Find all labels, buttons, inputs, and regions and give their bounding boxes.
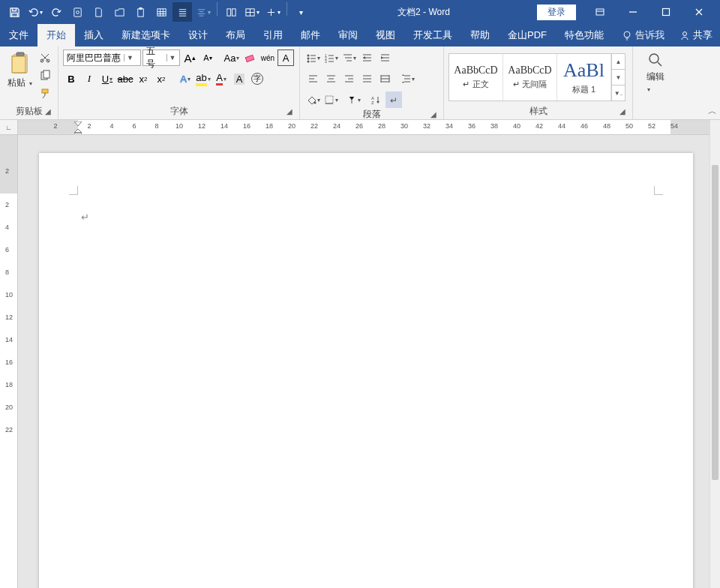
group-paragraph-label: 段落: [363, 109, 381, 119]
document-viewport[interactable]: ↵: [18, 135, 710, 588]
open-icon[interactable]: [110, 2, 129, 22]
font-size-combo[interactable]: 五号▼: [142, 50, 180, 66]
ribbon-options-icon[interactable]: [584, 0, 616, 24]
chevron-down-icon[interactable]: ▼: [166, 54, 178, 62]
multilevel-button[interactable]: ▾: [340, 50, 357, 66]
tab-view[interactable]: 视图: [367, 24, 404, 46]
italic-button[interactable]: I: [81, 70, 98, 87]
text-effect-button[interactable]: A▾: [177, 70, 194, 87]
font-color-button[interactable]: A▾: [213, 70, 230, 87]
tab-special[interactable]: 特色功能: [556, 24, 613, 46]
copy-button[interactable]: [37, 68, 53, 84]
tab-file[interactable]: 文件: [0, 24, 38, 46]
style-scroll-up-icon[interactable]: ▲: [612, 54, 625, 70]
tab-developer[interactable]: 开发工具: [404, 24, 461, 46]
tab-help[interactable]: 帮助: [461, 24, 499, 46]
paste-qat-icon[interactable]: [130, 2, 150, 22]
tab-pdf[interactable]: 金山PDF: [499, 24, 556, 46]
tab-layout[interactable]: 布局: [217, 24, 254, 46]
align-center-button[interactable]: [322, 70, 339, 87]
font-launcher-icon[interactable]: ◢: [284, 107, 295, 118]
cut-button[interactable]: [37, 50, 53, 66]
shading-button[interactable]: ▾: [304, 92, 321, 108]
char-shading-button[interactable]: A: [231, 70, 248, 87]
sort-button[interactable]: AZ: [368, 92, 384, 108]
table2-icon[interactable]: ▾: [242, 2, 262, 22]
minimize-icon[interactable]: [616, 0, 650, 24]
bullets-button[interactable]: ▾: [304, 50, 321, 66]
table-qat-icon[interactable]: [152, 2, 171, 22]
grow-font-button[interactable]: A▴: [182, 50, 198, 66]
outline-view-icon[interactable]: [172, 2, 192, 22]
tab-references[interactable]: 引用: [254, 24, 292, 46]
collapse-ribbon-icon[interactable]: ︿: [708, 105, 717, 118]
tab-insert[interactable]: 插入: [75, 24, 112, 46]
phonetic-guide-button[interactable]: wén: [260, 50, 276, 66]
style-scroll-down-icon[interactable]: ▼: [612, 70, 625, 86]
tab-review[interactable]: 审阅: [329, 24, 367, 46]
style-expand-icon[interactable]: ▼_: [612, 86, 625, 100]
clear-format-button[interactable]: [242, 50, 258, 66]
find-button[interactable]: 编辑▾: [639, 50, 672, 94]
share-button[interactable]: 共享: [672, 24, 720, 46]
numbering-button[interactable]: 123▾: [322, 50, 339, 66]
margin-marker-tr: [654, 186, 663, 195]
tab-selector[interactable]: ∟: [0, 120, 18, 135]
chevron-down-icon[interactable]: ▼: [124, 54, 136, 62]
align-para-icon[interactable]: ▾: [194, 2, 213, 22]
asian-layout-button[interactable]: ▾: [345, 92, 362, 108]
borders-button[interactable]: ▾: [322, 92, 339, 108]
tab-design[interactable]: 设计: [179, 24, 217, 46]
subscript-button[interactable]: x2: [135, 70, 152, 87]
undo-icon[interactable]: ▾: [26, 2, 45, 22]
ribbon: 粘贴 ▾ 剪贴板◢ 阿里巴巴普惠▼ 五号▼ A▴ A▾ Aa▾ wén A: [0, 46, 720, 120]
scrollbar-thumb[interactable]: [712, 165, 718, 480]
qat-more-icon[interactable]: ▾: [291, 2, 310, 22]
new-doc-icon[interactable]: [88, 2, 108, 22]
redo-icon[interactable]: [46, 2, 66, 22]
char-border-button[interactable]: A: [278, 50, 294, 66]
touch-mode-icon[interactable]: [68, 2, 87, 22]
strike-button[interactable]: abc: [117, 70, 134, 87]
format-painter-button[interactable]: [37, 86, 53, 102]
highlight-button[interactable]: ab▾: [195, 70, 212, 87]
vertical-scrollbar[interactable]: [710, 120, 720, 588]
vertical-ruler[interactable]: 2246810121416182022: [0, 135, 18, 588]
style-normal[interactable]: AaBbCcD ↵ 正文: [449, 54, 503, 100]
lightbulb-icon: [622, 30, 632, 40]
justify-button[interactable]: [358, 70, 375, 87]
superscript-button[interactable]: x2: [153, 70, 170, 87]
tab-home[interactable]: 开始: [38, 24, 75, 46]
font-name-combo[interactable]: 阿里巴巴普惠▼: [63, 50, 141, 66]
insert-obj-icon[interactable]: ▾: [263, 2, 283, 22]
save-icon[interactable]: [4, 2, 24, 22]
shrink-font-button[interactable]: A▾: [200, 50, 216, 66]
distributed-button[interactable]: [376, 70, 393, 87]
align-right-button[interactable]: [340, 70, 357, 87]
tab-mailings[interactable]: 邮件: [292, 24, 329, 46]
tell-me-input[interactable]: 告诉我: [614, 24, 672, 46]
bold-button[interactable]: B: [63, 70, 80, 87]
increase-indent-button[interactable]: [376, 50, 393, 66]
style-heading1[interactable]: AaBl 标题 1: [557, 54, 611, 100]
paste-button[interactable]: 粘贴 ▾: [4, 50, 35, 89]
enclose-char-button[interactable]: 字: [249, 70, 266, 87]
clipboard-launcher-icon[interactable]: ◢: [43, 107, 53, 118]
show-marks-button[interactable]: ↵: [386, 92, 402, 108]
underline-button[interactable]: U▾: [99, 70, 116, 87]
styles-launcher-icon[interactable]: ◢: [617, 107, 628, 118]
paragraph-launcher-icon[interactable]: ◢: [428, 110, 439, 121]
page[interactable]: ↵: [39, 153, 693, 588]
line-spacing-button[interactable]: ▾: [399, 70, 416, 87]
columns-icon[interactable]: [221, 2, 241, 22]
horizontal-ruler[interactable]: 2246810121416182022242628303234363840424…: [18, 120, 710, 135]
close-icon[interactable]: [682, 0, 716, 24]
copy-icon: [39, 70, 51, 82]
maximize-icon[interactable]: [650, 0, 682, 24]
style-nospacing[interactable]: AaBbCcD ↵ 无间隔: [503, 54, 557, 100]
decrease-indent-button[interactable]: [358, 50, 375, 66]
align-left-button[interactable]: [304, 70, 321, 87]
change-case-button[interactable]: Aa▾: [224, 50, 240, 66]
tab-newtab[interactable]: 新建选项卡: [112, 24, 179, 46]
login-button[interactable]: 登录: [537, 4, 576, 20]
